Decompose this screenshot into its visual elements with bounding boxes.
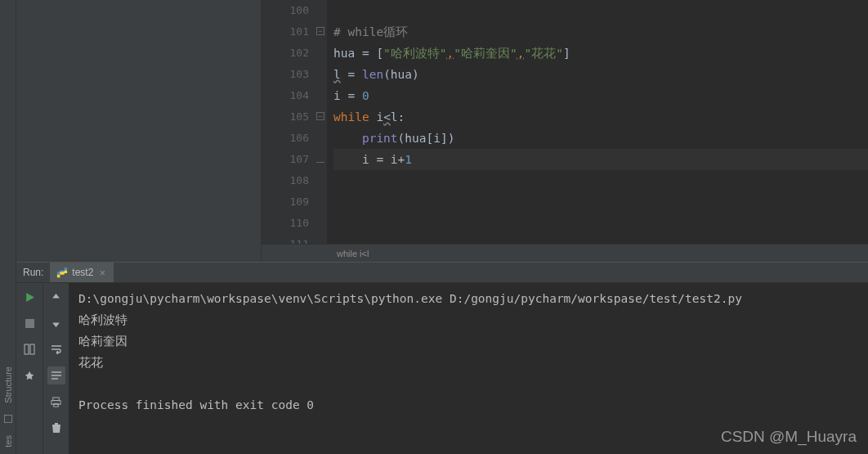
- project-panel[interactable]: [16, 0, 262, 262]
- run-tools-left: [16, 283, 43, 454]
- run-panel: Run: test2 ×: [16, 262, 868, 454]
- delete-button[interactable]: [47, 419, 65, 437]
- console-output[interactable]: D:\gongju\pycharm\workspase\venv\Scripts…: [69, 283, 868, 454]
- down-button[interactable]: [47, 314, 65, 332]
- pin-button[interactable]: [20, 366, 38, 384]
- print-button[interactable]: [47, 393, 65, 411]
- left-tool-strip: Structure tes: [0, 0, 16, 454]
- fold-marker[interactable]: −: [316, 112, 324, 120]
- main-area: 100101−102103104105−106107108109110111 #…: [16, 0, 868, 454]
- code-editor: 100101−102103104105−106107108109110111 #…: [262, 0, 868, 262]
- structure-tool[interactable]: Structure: [3, 366, 13, 403]
- line-gutter[interactable]: 100101−102103104105−106107108109110111: [262, 0, 327, 244]
- run-tab-name: test2: [72, 267, 93, 278]
- svg-rect-4: [53, 397, 59, 400]
- bookmark-icon: [3, 414, 13, 424]
- run-tab[interactable]: test2 ×: [50, 263, 114, 282]
- code-lines[interactable]: # while循环hua = ["哈利波特","哈莉奎因","花花"]l = l…: [327, 0, 868, 244]
- soft-wrap-button[interactable]: [47, 340, 65, 358]
- run-body: D:\gongju\pycharm\workspase\venv\Scripts…: [16, 283, 868, 454]
- rerun-button[interactable]: [20, 288, 38, 306]
- run-header: Run: test2 ×: [16, 262, 868, 283]
- favorites-tool[interactable]: tes: [3, 435, 13, 447]
- up-button[interactable]: [47, 288, 65, 306]
- scroll-to-end-button[interactable]: [47, 366, 65, 384]
- svg-rect-1: [25, 319, 34, 328]
- close-icon[interactable]: ×: [97, 267, 107, 279]
- svg-rect-3: [30, 344, 34, 354]
- run-label: Run:: [16, 267, 50, 278]
- fold-marker[interactable]: −: [316, 27, 324, 35]
- stop-button[interactable]: [20, 314, 38, 332]
- fold-end-marker: [316, 155, 324, 163]
- svg-rect-2: [25, 344, 29, 354]
- editor-area: 100101−102103104105−106107108109110111 #…: [16, 0, 868, 262]
- layout-button[interactable]: [20, 340, 38, 358]
- run-tools-right: [43, 283, 69, 454]
- breadcrumb[interactable]: while i<l: [262, 244, 868, 262]
- code-area[interactable]: 100101−102103104105−106107108109110111 #…: [262, 0, 868, 244]
- python-icon: [56, 267, 68, 278]
- svg-rect-0: [4, 416, 11, 423]
